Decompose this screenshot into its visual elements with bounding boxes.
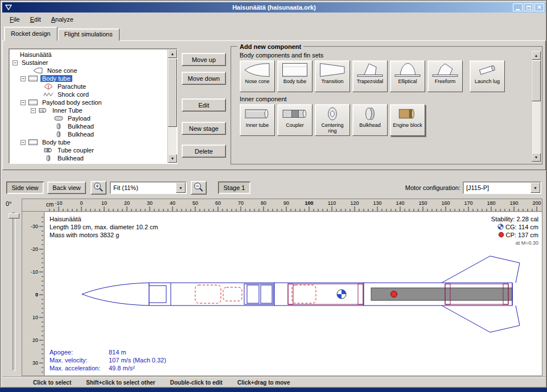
cp-value: 137 cm bbox=[518, 232, 538, 238]
svg-text:50: 50 bbox=[192, 200, 198, 206]
tree-item-bulkhead[interactable]: Bulkhead bbox=[10, 122, 167, 130]
maximize-button[interactable] bbox=[524, 3, 533, 11]
component-button-nose-cone[interactable]: Nose cone bbox=[240, 60, 275, 92]
rotation-slider-thumb[interactable] bbox=[9, 213, 19, 218]
svg-text:150: 150 bbox=[418, 200, 427, 206]
tree-item-haisun-t[interactable]: Haisunäätä bbox=[10, 51, 167, 59]
component-button-trapezoidal[interactable]: Trapezoidal bbox=[352, 60, 388, 92]
zoom-in-button[interactable] bbox=[91, 181, 106, 195]
zoom-level-value: Fit (11%) bbox=[110, 184, 176, 191]
tabbar: Rocket designFlight simulations bbox=[4, 27, 120, 41]
rotation-slider[interactable]: 0° bbox=[3, 199, 22, 377]
close-button[interactable]: ✕ bbox=[534, 3, 544, 11]
component-button-coupler[interactable]: Coupler bbox=[277, 104, 312, 136]
tree-item-nose-cone[interactable]: Nose cone bbox=[10, 67, 167, 75]
component-button-label: Body tube bbox=[282, 79, 308, 84]
tab-flight-simulations[interactable]: Flight simulations bbox=[57, 28, 120, 41]
stability-info: Stability: 2.28 cal CG: 114 cm CP: 137 c… bbox=[491, 215, 538, 247]
component-button-freeform[interactable]: Freeform bbox=[427, 60, 463, 92]
tree-item-bulkhead[interactable]: Bulkhead bbox=[10, 130, 167, 138]
tree-item-parachute[interactable]: Parachute bbox=[10, 82, 167, 90]
svg-text:10: 10 bbox=[32, 315, 38, 320]
scroll-up-button[interactable]: ▲ bbox=[532, 51, 541, 60]
tree-item-tube-coupler[interactable]: Tube coupler bbox=[10, 146, 167, 154]
tree-item-inner-tube[interactable]: −Inner Tube bbox=[10, 106, 167, 114]
payload-icon bbox=[54, 115, 64, 122]
vertical-ruler: -30-20-100102030 bbox=[22, 212, 44, 376]
tree-item-label: Nose cone bbox=[46, 67, 79, 74]
tree-item-payload-body-section[interactable]: −Payload body section bbox=[10, 98, 167, 106]
menu-item-analyze[interactable]: Analyze bbox=[46, 14, 79, 24]
component-button-body-tube[interactable]: Body tube bbox=[277, 60, 312, 92]
side-view-button[interactable]: Side view bbox=[6, 181, 44, 194]
tree-collapse-icon[interactable]: − bbox=[20, 140, 26, 145]
back-view-button[interactable]: Back view bbox=[47, 181, 86, 194]
svg-text:20: 20 bbox=[32, 337, 38, 343]
new-stage-button[interactable]: New stage bbox=[182, 122, 226, 135]
component-button-label: Bulkhead bbox=[358, 122, 382, 128]
add-panel-scrollbar[interactable]: ▲ ▼ bbox=[531, 51, 540, 162]
scroll-down-button[interactable]: ▼ bbox=[168, 154, 177, 163]
cg-legend-icon bbox=[497, 224, 504, 230]
zoom-level-select[interactable]: Fit (11%) ▼ bbox=[110, 181, 187, 194]
component-button-transition[interactable]: Transition bbox=[315, 60, 350, 92]
window-title: Haisunäätä (haisunaata.ork) bbox=[2, 4, 546, 11]
scroll-up-button[interactable]: ▲ bbox=[168, 49, 177, 58]
motor-configuration-value: [J115-P] bbox=[463, 184, 530, 191]
rocket-mass: Mass with motors 3832 g bbox=[50, 231, 158, 239]
svg-text:180: 180 bbox=[487, 200, 495, 206]
zoom-out-button[interactable] bbox=[191, 181, 207, 195]
cp-legend-icon bbox=[498, 232, 504, 238]
component-button-label: Launch lug bbox=[474, 79, 501, 84]
component-button-inner-tube[interactable]: Inner tube bbox=[240, 104, 275, 136]
svg-text:90: 90 bbox=[283, 200, 289, 206]
cp-label: CP: bbox=[506, 232, 516, 238]
tree-item-label: Payload bbox=[66, 115, 92, 122]
tree-item-payload[interactable]: Payload bbox=[10, 114, 167, 122]
coupler-icon bbox=[282, 105, 308, 122]
chevron-down-icon[interactable]: ▼ bbox=[176, 183, 186, 193]
tree-collapse-icon[interactable]: − bbox=[13, 60, 18, 65]
menu-item-file[interactable]: File bbox=[5, 14, 25, 24]
component-button-centering-ring[interactable]: Centering ring bbox=[315, 104, 350, 136]
component-button-engine-block[interactable]: Engine block bbox=[390, 104, 425, 136]
edit-button[interactable]: Edit bbox=[182, 98, 226, 112]
motor-configuration-select[interactable]: [J115-P] ▼ bbox=[463, 181, 541, 194]
rocket-canvas[interactable]: Haisunäätä Length 189 cm, max. diameter … bbox=[45, 212, 542, 376]
tree-item-bulkhead[interactable]: Bulkhead bbox=[10, 154, 167, 162]
chevron-down-icon[interactable]: ▼ bbox=[530, 183, 540, 193]
delete-button[interactable]: Delete bbox=[182, 145, 226, 158]
svg-text:80: 80 bbox=[261, 200, 266, 206]
component-button-label: Inner tube bbox=[245, 122, 270, 128]
add-panel-scrollbar-thumb[interactable] bbox=[532, 60, 541, 101]
menu-item-edit[interactable]: Edit bbox=[25, 14, 46, 24]
tab-rocket-design[interactable]: Rocket design bbox=[4, 27, 57, 41]
tree-item-body-tube[interactable]: −Body tube bbox=[10, 138, 167, 146]
component-button-label: Transition bbox=[320, 79, 344, 84]
group-label-inner-component: Inner component bbox=[240, 96, 540, 102]
titlebar[interactable]: Haisunäätä (haisunaata.ork) ✕ bbox=[2, 2, 546, 13]
stability-value: 2.28 cal bbox=[516, 216, 538, 222]
tree-scrollbar[interactable]: ▲ ▼ bbox=[167, 49, 176, 163]
tree-item-sustainer[interactable]: −Sustainer bbox=[10, 59, 167, 67]
scroll-down-button[interactable]: ▼ bbox=[532, 153, 541, 162]
minimize-button[interactable] bbox=[513, 3, 523, 11]
stage-1-toggle[interactable]: Stage 1 bbox=[218, 181, 250, 194]
tree-scrollbar-thumb[interactable] bbox=[168, 59, 177, 127]
component-button-label: Engine block bbox=[392, 122, 423, 128]
move-down-button[interactable]: Move down bbox=[182, 72, 226, 85]
tree-collapse-icon[interactable]: − bbox=[20, 76, 26, 81]
component-button-bulkhead[interactable]: Bulkhead bbox=[352, 104, 388, 136]
svg-text:20: 20 bbox=[124, 200, 130, 206]
tree-item-body-tube[interactable]: −Body tube bbox=[10, 75, 167, 82]
tree-collapse-icon[interactable]: − bbox=[20, 100, 26, 105]
component-button-elliptical[interactable]: Elliptical bbox=[390, 60, 425, 92]
tree-collapse-icon[interactable]: − bbox=[31, 108, 36, 113]
svg-text:30: 30 bbox=[147, 200, 153, 206]
move-up-button[interactable]: Move up bbox=[182, 53, 226, 66]
svg-text:190: 190 bbox=[509, 200, 518, 206]
component-button-launch-lug[interactable]: Launch lug bbox=[470, 60, 505, 92]
tree-item-shock-cord[interactable]: Shock cord bbox=[10, 90, 167, 98]
svg-text:10: 10 bbox=[101, 200, 107, 206]
component-tree: Haisunäätä−SustainerNose cone−Body tubeP… bbox=[9, 48, 178, 164]
